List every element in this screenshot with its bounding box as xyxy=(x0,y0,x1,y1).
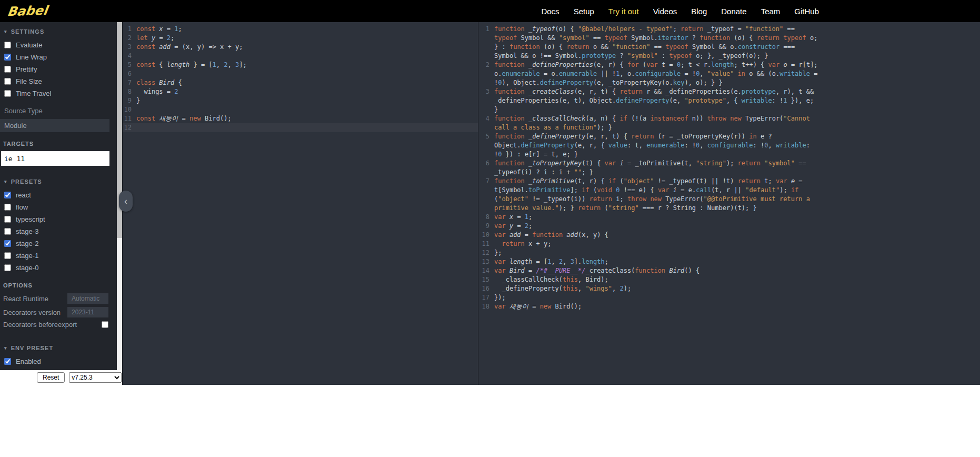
line-number: 3 xyxy=(123,43,136,52)
checkbox-label: File Size xyxy=(16,77,42,85)
code-line-15[interactable]: 15 _classCallCheck(this, Bird); xyxy=(478,275,980,284)
code-line-12[interactable]: 12 xyxy=(123,123,478,132)
chevron-left-icon: ‹ xyxy=(124,196,127,207)
preset-stage-2[interactable]: stage-2 xyxy=(0,237,117,250)
nav: DocsSetupTry it outVideosBlogDonateTeamG… xyxy=(541,7,819,16)
setting-time-travel[interactable]: Time Travel xyxy=(0,87,117,100)
setting-evaluate-checkbox[interactable] xyxy=(4,42,11,48)
code-line-4[interactable]: 4function _classCallCheck(a, n) { if (!(… xyxy=(478,114,980,132)
code-line-13[interactable]: 13var length = [1, 2, 3].length; xyxy=(478,257,980,266)
env-preset-section-header[interactable]: ▾ ENV PRESET xyxy=(0,339,117,355)
code-line-12[interactable]: 12}; xyxy=(478,249,980,257)
code-line-16[interactable]: 16 _defineProperty(this, "wings", 2); xyxy=(478,284,980,293)
code-line-6[interactable]: 6 xyxy=(123,69,478,78)
setting-prettify[interactable]: Prettify xyxy=(0,63,117,75)
decorators-version-select[interactable]: 2023-11 xyxy=(67,307,108,317)
line-content: }; xyxy=(494,249,502,257)
env-enabled-row[interactable]: Enabled xyxy=(0,355,117,367)
nav-link-team[interactable]: Team xyxy=(761,7,781,16)
code-line-5[interactable]: 5function _defineProperty(e, r, t) { ret… xyxy=(478,132,980,159)
source-type-value: Module xyxy=(4,122,27,130)
preset-stage-0-checkbox[interactable] xyxy=(4,264,11,271)
code-line-4[interactable]: 4 xyxy=(123,52,478,61)
code-line-3[interactable]: 3function _createClass(e, r, t) { return… xyxy=(478,87,980,114)
code-line-6[interactable]: 6function _toPropertyKey(t) { var i = _t… xyxy=(478,159,980,177)
setting-time-travel-checkbox[interactable] xyxy=(4,90,11,97)
preset-react-checkbox[interactable] xyxy=(4,192,11,198)
setting-line-wrap[interactable]: Line Wrap xyxy=(0,51,117,63)
code-line-1[interactable]: 1function _typeof(o) { "@babel/helpers -… xyxy=(478,25,980,61)
react-runtime-select[interactable]: Automatic xyxy=(67,293,108,304)
source-editor[interactable]: 1const x = 1;2let y = 2;3const add = (x,… xyxy=(122,22,478,385)
preset-typescript-checkbox[interactable] xyxy=(4,216,11,223)
source-type-select[interactable]: Module xyxy=(0,119,109,132)
code-line-7[interactable]: 7class Bird { xyxy=(123,78,478,87)
checkbox-label: flow xyxy=(16,203,28,211)
babel-logo[interactable]: Babel xyxy=(6,3,49,19)
line-content: var x = 1; xyxy=(494,213,532,222)
code-line-14[interactable]: 14var Bird = /*#__PURE__*/_createClass(f… xyxy=(478,266,980,275)
code-line-5[interactable]: 5const { length } = [1, 2, 3]; xyxy=(123,61,478,69)
checkbox-label: Evaluate xyxy=(16,41,43,49)
decorators-version-row: Decorators version 2023-11 xyxy=(0,305,117,319)
decorators-before-export-checkbox[interactable] xyxy=(102,321,108,328)
code-line-2[interactable]: 2let y = 2; xyxy=(123,34,478,43)
reset-button[interactable]: Reset xyxy=(37,372,65,383)
nav-link-setup[interactable]: Setup xyxy=(574,7,594,16)
code-line-8[interactable]: 8var x = 1; xyxy=(478,213,980,222)
code-line-17[interactable]: 17}); xyxy=(478,293,980,302)
line-number: 8 xyxy=(123,87,136,96)
code-line-8[interactable]: 8 wings = 2 xyxy=(123,87,478,96)
setting-file-size[interactable]: File Size xyxy=(0,75,117,87)
line-content: function _defineProperty(e, r, t) { retu… xyxy=(494,132,821,159)
preset-flow[interactable]: flow xyxy=(0,201,117,213)
preset-typescript[interactable]: typescript xyxy=(0,213,117,225)
code-line-9[interactable]: 9} xyxy=(123,96,478,105)
code-line-1[interactable]: 1const x = 1; xyxy=(123,25,478,34)
setting-line-wrap-checkbox[interactable] xyxy=(4,54,11,61)
setting-prettify-checkbox[interactable] xyxy=(4,66,11,73)
nav-link-donate[interactable]: Donate xyxy=(721,7,746,16)
preset-stage-0[interactable]: stage-0 xyxy=(0,262,117,274)
settings-section-header[interactable]: ▾ SETTINGS xyxy=(0,22,117,39)
line-number: 11 xyxy=(478,240,494,249)
nav-link-videos[interactable]: Videos xyxy=(653,7,677,16)
line-number: 7 xyxy=(123,78,136,87)
presets-section-header[interactable]: ▾ PRESETS xyxy=(0,172,117,189)
preset-stage-1[interactable]: stage-1 xyxy=(0,250,117,262)
targets-input[interactable] xyxy=(1,151,109,166)
code-line-11[interactable]: 11 return x + y; xyxy=(478,240,980,249)
collapse-sidebar-button[interactable]: ‹ xyxy=(119,191,133,212)
preset-flow-checkbox[interactable] xyxy=(4,204,11,211)
nav-link-docs[interactable]: Docs xyxy=(541,7,559,16)
version-select[interactable]: v7.25.3 xyxy=(69,372,122,383)
preset-stage-1-checkbox[interactable] xyxy=(4,252,11,259)
code-line-2[interactable]: 2function _defineProperties(e, r) { for … xyxy=(478,61,980,87)
code-line-11[interactable]: 11const 새둥이 = new Bird(); xyxy=(123,114,478,123)
code-line-3[interactable]: 3const add = (x, y) => x + y; xyxy=(123,43,478,52)
line-number: 2 xyxy=(123,34,136,43)
code-line-9[interactable]: 9var y = 2; xyxy=(478,222,980,231)
code-line-10[interactable]: 10var add = function add(x, y) { xyxy=(478,231,980,240)
line-content: var add = function add(x, y) { xyxy=(494,231,608,240)
nav-link-github[interactable]: GitHub xyxy=(794,7,819,16)
preset-react[interactable]: react xyxy=(0,189,117,201)
code-line-10[interactable]: 10 xyxy=(123,105,478,114)
source-type-label: Source Type xyxy=(0,100,117,118)
preset-stage-3-checkbox[interactable] xyxy=(4,228,11,235)
output-editor[interactable]: 1function _typeof(o) { "@babel/helpers -… xyxy=(478,22,980,385)
code-line-7[interactable]: 7function _toPrimitive(t, r) { if ("obje… xyxy=(478,177,980,213)
env-enabled-checkbox[interactable] xyxy=(4,358,11,365)
setting-file-size-checkbox[interactable] xyxy=(4,78,11,85)
preset-stage-3[interactable]: stage-3 xyxy=(0,225,117,237)
line-number: 6 xyxy=(123,69,136,78)
preset-stage-2-checkbox[interactable] xyxy=(4,240,11,247)
decorators-before-export-row: Decorators beforeexport xyxy=(0,319,117,330)
line-content: wings = 2 xyxy=(136,87,178,96)
code-line-18[interactable]: 18var 새둥이 = new Bird(); xyxy=(478,302,980,311)
line-content: function _typeof(o) { "@babel/helpers - … xyxy=(494,25,821,61)
nav-link-blog[interactable]: Blog xyxy=(691,7,707,16)
presets-list: reactflowtypescriptstage-3stage-2stage-1… xyxy=(0,189,117,274)
setting-evaluate[interactable]: Evaluate xyxy=(0,39,117,51)
nav-link-try-it-out[interactable]: Try it out xyxy=(608,7,639,16)
